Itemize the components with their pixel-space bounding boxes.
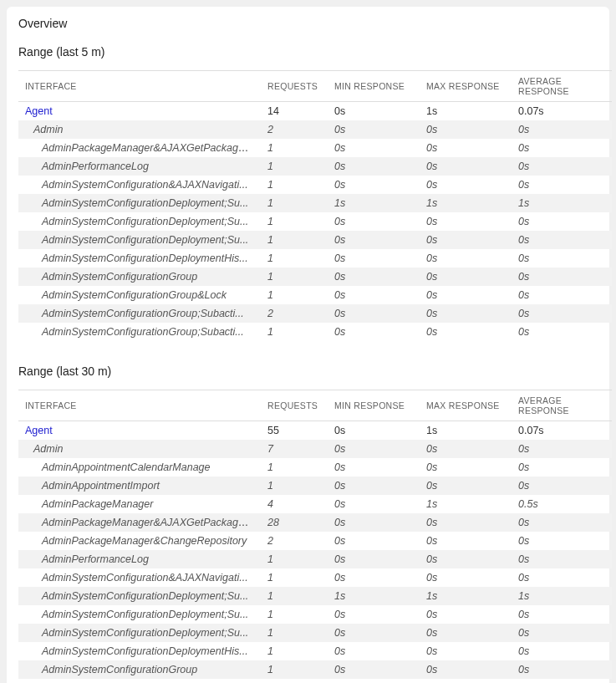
- cell-interface: AdminPackageManager: [18, 495, 261, 513]
- cell-max-response: 0s: [420, 624, 512, 642]
- cell-requests: 1: [261, 231, 328, 249]
- cell-interface: AdminPackageManager&ChangeRepository: [18, 532, 261, 550]
- cell-requests: 1: [261, 212, 328, 231]
- cell-min-response: 0s: [328, 231, 420, 249]
- cell-avg-response: 0s: [512, 157, 612, 176]
- interface-link[interactable]: AdminAppointmentImport: [42, 480, 160, 492]
- cell-min-response: 0s: [328, 679, 420, 683]
- interface-link[interactable]: Admin: [33, 443, 63, 455]
- interface-link[interactable]: Agent: [25, 425, 53, 436]
- range-section: Range (last 30 m)INTERFACEREQUESTSMIN RE…: [18, 364, 598, 683]
- interface-link[interactable]: AdminSystemConfigurationDeployment;Su...: [42, 234, 248, 246]
- cell-min-response: 0s: [328, 458, 420, 477]
- cell-requests: 1: [261, 323, 328, 341]
- cell-requests: 1: [261, 568, 328, 587]
- cell-avg-response: 0s: [512, 268, 612, 286]
- cell-avg-response: 0s: [512, 212, 612, 231]
- cell-requests: 2: [261, 304, 328, 323]
- interface-link[interactable]: AdminSystemConfigurationDeployment;Su...: [42, 609, 248, 620]
- interface-link[interactable]: AdminSystemConfiguration&AJAXNavigati...: [42, 572, 248, 584]
- table-row: AdminPackageManager&AJAXGetPackageUpg...…: [18, 513, 612, 532]
- cell-requests: 1: [261, 458, 328, 477]
- header-requests: REQUESTS: [261, 71, 328, 102]
- header-avg-response: AVERAGE RESPONSE: [512, 390, 612, 421]
- cell-avg-response: 0s: [512, 249, 612, 268]
- cell-min-response: 0s: [328, 642, 420, 660]
- interface-link[interactable]: Admin: [33, 124, 63, 135]
- interface-link[interactable]: AdminSystemConfigurationGroup;Subacti...: [42, 326, 244, 338]
- table-row: AdminAppointmentCalendarManage10s0s0s: [18, 458, 612, 477]
- cell-max-response: 0s: [420, 550, 512, 568]
- interface-link[interactable]: AdminSystemConfigurationGroup: [42, 271, 197, 283]
- cell-min-response: 0s: [328, 550, 420, 568]
- interface-link[interactable]: AdminAppointmentCalendarManage: [42, 461, 211, 473]
- cell-requests: 2: [261, 120, 328, 139]
- cell-min-response: 0s: [328, 176, 420, 194]
- cell-interface: AdminSystemConfigurationDeployment;Su...: [18, 624, 261, 642]
- cell-avg-response: 0s: [512, 660, 612, 679]
- cell-interface: AdminSystemConfigurationGroup: [18, 268, 261, 286]
- table-row: AdminSystemConfigurationDeployment;Su...…: [18, 231, 612, 249]
- interface-link[interactable]: AdminPackageManager&ChangeRepository: [42, 535, 247, 547]
- cell-avg-response: 0s: [512, 304, 612, 323]
- cell-max-response: 0s: [420, 176, 512, 194]
- header-interface: INTERFACE: [18, 71, 261, 102]
- cell-max-response: 0s: [420, 660, 512, 679]
- cell-max-response: 0s: [420, 120, 512, 139]
- interface-link[interactable]: AdminSystemConfigurationGroup;Subacti...: [42, 308, 244, 319]
- cell-interface: AdminSystemConfigurationDeployment;Su...: [18, 212, 261, 231]
- cell-max-response: 0s: [420, 231, 512, 249]
- interface-link[interactable]: AdminSystemConfigurationGroup&Lock: [42, 289, 227, 301]
- cell-max-response: 0s: [420, 568, 512, 587]
- interface-link[interactable]: AdminSystemConfigurationDeployment;Su...: [42, 216, 248, 227]
- cell-requests: 55: [261, 421, 328, 441]
- cell-avg-response: 0s: [512, 550, 612, 568]
- table-row: AdminSystemConfigurationGroup10s0s0s: [18, 268, 612, 286]
- header-min-response: MIN RESPONSE: [328, 390, 420, 421]
- interface-link[interactable]: AdminSystemConfigurationDeploymentHis...: [42, 252, 248, 264]
- cell-avg-response: 0s: [512, 477, 612, 495]
- interface-link[interactable]: AdminSystemConfiguration&AJAXNavigati...: [42, 179, 248, 191]
- table-row: AdminSystemConfigurationGroup;Subacti...…: [18, 323, 612, 341]
- cell-interface: Admin: [18, 440, 261, 458]
- interface-link[interactable]: AdminSystemConfigurationDeployment;Su...: [42, 590, 248, 602]
- table-row: AdminSystemConfigurationGroup;Subacti...…: [18, 304, 612, 323]
- overview-panel: Overview Range (last 5 m)INTERFACEREQUES…: [7, 7, 609, 683]
- cell-interface: AdminSystemConfiguration&AJAXNavigati...: [18, 176, 261, 194]
- interface-link[interactable]: AdminPackageManager&AJAXGetPackageUpg...: [42, 517, 261, 528]
- cell-avg-response: 0s: [512, 624, 612, 642]
- cell-interface: AdminSystemConfiguration&AJAXNavigati...: [18, 568, 261, 587]
- interface-link[interactable]: AdminPackageManager&AJAXGetPackageUpg...: [42, 142, 261, 154]
- header-interface: INTERFACE: [18, 390, 261, 421]
- cell-min-response: 0s: [328, 249, 420, 268]
- interface-link[interactable]: AdminSystemConfigurationGroup: [42, 664, 197, 675]
- cell-min-response: 1s: [328, 194, 420, 212]
- cell-avg-response: 0s: [512, 642, 612, 660]
- table-row: AdminSystemConfiguration&AJAXNavigati...…: [18, 568, 612, 587]
- cell-max-response: 0s: [420, 304, 512, 323]
- cell-max-response: 0s: [420, 513, 512, 532]
- interface-link[interactable]: AdminPackageManager: [42, 498, 153, 510]
- cell-interface: AdminSystemConfigurationDeploymentHis...: [18, 249, 261, 268]
- table-row: AdminSystemConfigurationDeployment;Su...…: [18, 587, 612, 605]
- table-row: AdminSystemConfigurationGroup&Lock10s0s0…: [18, 286, 612, 304]
- interface-link[interactable]: AdminSystemConfigurationDeployment;Su...: [42, 627, 248, 639]
- cell-interface: AdminSystemConfigurationGroup;Subacti...: [18, 323, 261, 341]
- ranges-container: Range (last 5 m)INTERFACEREQUESTSMIN RES…: [18, 45, 598, 683]
- cell-avg-response: 0s: [512, 532, 612, 550]
- cell-requests: 1: [261, 642, 328, 660]
- cell-min-response: 0s: [328, 513, 420, 532]
- interface-link[interactable]: AdminPerformanceLog: [42, 161, 149, 172]
- interface-link[interactable]: AdminPerformanceLog: [42, 553, 149, 565]
- cell-avg-response: 0s: [512, 458, 612, 477]
- cell-max-response: 0s: [420, 139, 512, 157]
- cell-interface: Agent: [18, 102, 261, 121]
- interface-link[interactable]: AdminSystemConfigurationDeployment;Su...: [42, 197, 248, 209]
- cell-min-response: 0s: [328, 157, 420, 176]
- interface-link[interactable]: AdminSystemConfigurationDeploymentHis...: [42, 645, 248, 657]
- cell-max-response: 0s: [420, 605, 512, 624]
- cell-requests: 1: [261, 679, 328, 683]
- interface-link[interactable]: Agent: [25, 105, 53, 117]
- cell-requests: 4: [261, 495, 328, 513]
- cell-requests: 1: [261, 176, 328, 194]
